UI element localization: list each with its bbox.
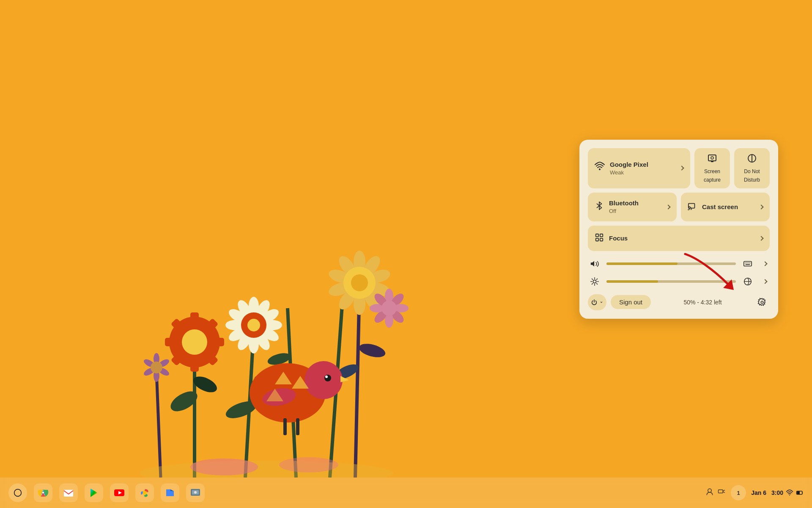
dnd-label-line2: Disturb	[744, 177, 760, 183]
focus-tile[interactable]: Focus	[588, 226, 770, 251]
taskbar-right-area: 1 Jan 6 3:00	[705, 485, 804, 500]
volume-keyboard-icon[interactable]	[741, 257, 754, 271]
svg-rect-93	[744, 261, 752, 266]
desktop-illustration	[118, 224, 414, 478]
svg-rect-91	[600, 238, 603, 241]
svg-point-62	[324, 375, 331, 381]
battery-status: 50% - 4:32 left	[655, 299, 750, 306]
illustration-svg	[118, 224, 414, 478]
svg-point-129	[789, 494, 790, 495]
screen-capture-label-line2: capture	[704, 177, 721, 183]
bluetooth-tile-left: Bluetooth Off	[595, 199, 639, 214]
wifi-tile[interactable]: Google Pixel Weak	[588, 148, 690, 188]
svg-rect-22	[165, 338, 178, 346]
svg-point-78	[190, 458, 258, 475]
volume-slider-chevron[interactable]	[760, 259, 770, 269]
svg-rect-89	[596, 238, 598, 241]
focus-chevron-icon	[759, 236, 763, 240]
qs-top-row: Google Pixel Weak Screen capture	[588, 148, 770, 188]
svg-point-125	[708, 489, 711, 492]
settings-gear-button[interactable]	[754, 295, 770, 310]
svg-point-80	[599, 168, 601, 170]
svg-point-37	[247, 319, 260, 331]
taskbar-photos-app[interactable]	[135, 483, 154, 502]
power-button[interactable]	[588, 294, 606, 310]
brightness-slider-chevron[interactable]	[760, 276, 770, 287]
svg-rect-18	[211, 338, 224, 346]
svg-point-13	[357, 341, 387, 360]
desktop: Google Pixel Weak Screen capture	[0, 0, 812, 508]
svg-rect-16	[190, 312, 199, 325]
sign-out-button[interactable]: Sign out	[611, 295, 651, 309]
svg-point-79	[279, 457, 338, 472]
status-icons-group[interactable]: 3:00	[771, 489, 804, 497]
svg-point-58	[381, 301, 397, 316]
svg-point-82	[711, 157, 713, 159]
svg-point-87	[688, 209, 689, 210]
screen-capture-icon	[707, 153, 717, 166]
system-tray	[705, 488, 726, 498]
wifi-icon	[595, 162, 605, 174]
brightness-slider-row	[588, 275, 770, 288]
taskbar-screenshot-app[interactable]	[186, 483, 205, 502]
svg-line-4	[355, 287, 359, 478]
svg-line-108	[592, 283, 593, 284]
svg-rect-117	[64, 490, 73, 497]
taskbar-apps	[8, 483, 205, 502]
brightness-auto-icon[interactable]	[741, 275, 754, 288]
svg-point-60	[304, 361, 343, 399]
battery-status-icon	[796, 489, 804, 497]
tray-icon-1	[705, 488, 714, 498]
do-not-disturb-icon	[747, 153, 757, 166]
focus-icon	[595, 233, 604, 244]
svg-rect-86	[689, 203, 695, 208]
svg-point-100	[593, 280, 596, 283]
taskbar-chrome-app[interactable]	[34, 483, 52, 502]
cast-chevron-icon	[759, 204, 763, 209]
svg-line-106	[596, 283, 597, 284]
notification-badge[interactable]: 1	[731, 485, 746, 500]
taskbar-files-app[interactable]	[161, 483, 179, 502]
focus-title: Focus	[609, 235, 628, 242]
bluetooth-tile[interactable]: Bluetooth Off	[588, 193, 677, 221]
taskbar: 1 Jan 6 3:00	[0, 478, 812, 508]
svg-rect-83	[711, 161, 713, 162]
svg-point-124	[194, 491, 197, 494]
svg-marker-118	[91, 489, 97, 497]
bluetooth-tile-text: Bluetooth Off	[609, 199, 639, 214]
screen-capture-tile[interactable]: Screen capture	[694, 148, 730, 188]
wifi-tile-text: Google Pixel Weak	[610, 161, 648, 176]
wifi-status-icon	[786, 489, 793, 497]
svg-rect-88	[596, 234, 598, 237]
taskbar-playstore-app[interactable]	[85, 483, 103, 502]
svg-point-111	[761, 301, 763, 304]
brightness-slider-track[interactable]	[606, 280, 736, 283]
brightness-icon	[588, 275, 601, 288]
svg-line-105	[592, 279, 593, 279]
launcher-button[interactable]	[8, 483, 27, 502]
volume-slider-fill	[606, 262, 678, 265]
svg-line-107	[596, 279, 597, 279]
sliders-section	[588, 257, 770, 288]
volume-slider-track[interactable]	[606, 262, 736, 265]
svg-rect-126	[719, 490, 723, 493]
svg-point-76	[151, 362, 162, 373]
do-not-disturb-tile[interactable]: Do Not Disturb	[734, 148, 770, 188]
taskbar-date[interactable]: Jan 6	[751, 489, 766, 496]
bluetooth-subtitle: Off	[609, 208, 639, 214]
qs-second-row: Bluetooth Off	[588, 193, 770, 221]
taskbar-gmail-app[interactable]	[59, 483, 78, 502]
wifi-tile-left: Google Pixel Weak	[595, 161, 648, 176]
bluetooth-icon	[595, 201, 604, 213]
svg-line-5	[156, 372, 161, 478]
svg-rect-65	[296, 418, 299, 435]
qs-bottom-bar: Sign out 50% - 4:32 left	[588, 294, 770, 310]
cast-icon	[688, 202, 697, 213]
svg-point-63	[325, 375, 328, 378]
taskbar-youtube-app[interactable]	[110, 483, 129, 502]
svg-point-15	[182, 329, 207, 355]
svg-rect-131	[797, 491, 800, 494]
wifi-chevron-icon	[679, 166, 684, 171]
cast-screen-tile[interactable]: Cast screen	[681, 193, 770, 221]
volume-icon	[588, 257, 601, 271]
